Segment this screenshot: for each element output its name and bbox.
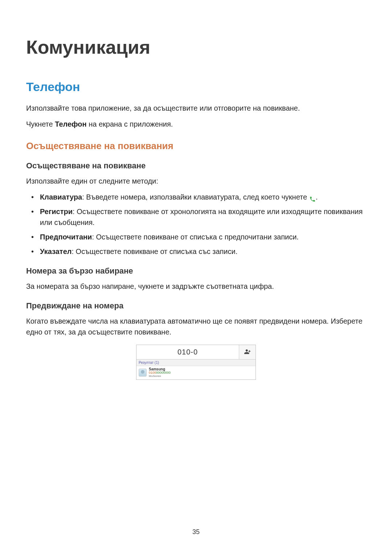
item-text: : Осъществете повикване от списъка с пре… <box>92 233 299 241</box>
intro-paragraph: Използвайте това приложение, за да осъще… <box>26 103 366 114</box>
item-text: : Въведете номера, използвайки клавиатур… <box>82 193 309 201</box>
matched-digits: 0100 <box>149 371 156 374</box>
dialer-prediction-box: 010-0 Резултат (1) Samsung 010000000000 … <box>136 345 256 380</box>
contact-number-type: Мобилен <box>149 375 171 378</box>
item-label: Регистри <box>40 208 73 216</box>
methods-intro: Използвайте един от следните методи: <box>26 176 366 186</box>
item-text: : Осъществете повикване от хронологията … <box>40 208 363 226</box>
text: на екрана с приложения. <box>87 120 173 128</box>
page-number: 35 <box>0 528 392 536</box>
subsection-making-calls: Осъществяване на повиквания <box>26 140 366 152</box>
contact-avatar <box>139 369 147 377</box>
item-text: : Осъществете повикване от списъка със з… <box>72 247 237 255</box>
phone-icon <box>309 194 316 201</box>
prediction-result-row[interactable]: Samsung 010000000000 Мобилен <box>136 366 256 379</box>
item-end: . <box>316 193 318 201</box>
remaining-digits: 00000000 <box>156 371 171 374</box>
dialed-number-display: 010-0 <box>136 345 239 359</box>
results-count-bar: Резултат (1) <box>136 360 256 366</box>
sub-heading-make-call: Осъществяване на повикване <box>26 161 366 171</box>
page-title: Комуникация <box>26 36 366 58</box>
list-item: Клавиатура: Въведете номера, използвайки… <box>38 192 366 202</box>
list-item: Регистри: Осъществете повикване от хроно… <box>38 206 366 228</box>
result-text-block: Samsung 010000000000 Мобилен <box>149 367 171 378</box>
prediction-paragraph: Когато въвеждате числа на клавиатурата а… <box>26 316 366 337</box>
dialer-top-row: 010-0 <box>136 345 256 360</box>
app-name-bold: Телефон <box>55 120 86 128</box>
sub-heading-number-prediction: Предвиждане на номера <box>26 301 366 311</box>
add-contact-icon <box>244 349 251 356</box>
item-label: Указател <box>40 247 72 255</box>
add-contact-button[interactable] <box>239 345 256 359</box>
list-item: Указател: Осъществете повикване от списъ… <box>38 246 366 257</box>
item-label: Предпочитани <box>40 233 92 241</box>
item-label: Клавиатура <box>40 193 82 201</box>
prediction-figure: 010-0 Резултат (1) Samsung 010000000000 … <box>26 345 366 380</box>
text: Чукнете <box>26 120 55 128</box>
sub-heading-speed-dial: Номера за бързо набиране <box>26 266 366 276</box>
list-item: Предпочитани: Осъществете повикване от с… <box>38 231 366 242</box>
methods-list: Клавиатура: Въведете номера, използвайки… <box>26 192 366 257</box>
section-heading-phone: Телефон <box>26 80 366 94</box>
speed-dial-paragraph: За номерата за бързо напиране, чукнете и… <box>26 281 366 292</box>
tap-phone-paragraph: Чукнете Телефон на екрана с приложения. <box>26 119 366 130</box>
